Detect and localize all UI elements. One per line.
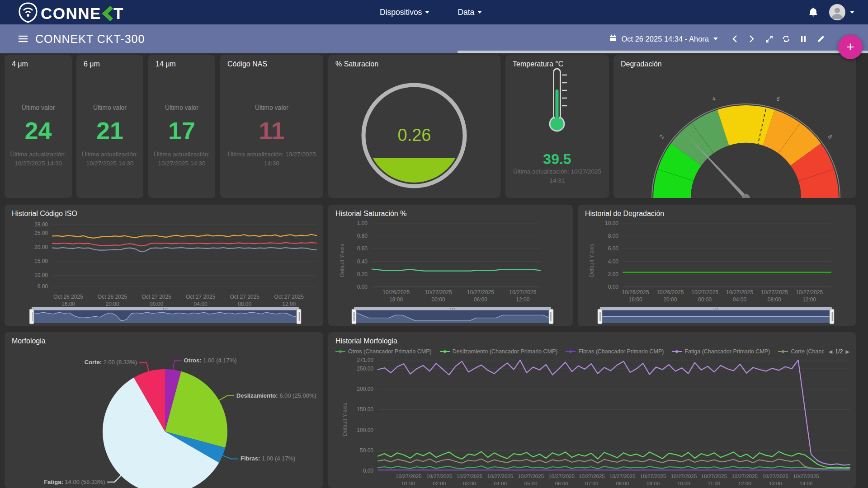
legend-prev-icon[interactable]: ◀: [829, 349, 832, 355]
svg-text:20.00: 20.00: [34, 244, 48, 250]
svg-text:200.00: 200.00: [357, 386, 373, 392]
nav-right: [807, 0, 854, 24]
svg-text:20:00: 20:00: [106, 301, 119, 307]
svg-text:16:00: 16:00: [61, 301, 75, 307]
svg-text:20:00: 20:00: [663, 296, 677, 303]
chevron-down-icon: [850, 11, 854, 14]
svg-text:18:00: 18:00: [389, 296, 403, 303]
svg-text:10.00: 10.00: [605, 220, 618, 226]
legend-marker-icon: [672, 349, 682, 354]
top-navbar: CONNE T Dispositivos Data: [0, 0, 868, 24]
legend-item[interactable]: Corte (Chancador P: [778, 348, 824, 355]
stat-card-14um: 14 μm Último valor 17 Última actualizaci…: [148, 55, 215, 198]
svg-text:10/27/2025: 10/27/2025: [426, 474, 453, 479]
svg-text:1.00: 1.00: [357, 220, 368, 226]
horizontal-scrollbar[interactable]: [458, 51, 868, 53]
card-title: Historial de Degradación: [585, 210, 664, 218]
stat-updated: Última actualización: 10/27/2025 14:30: [148, 150, 215, 168]
legend-marker-icon: [778, 349, 788, 354]
nav-menu-label: Dispositivos: [380, 8, 422, 17]
pie-label: Fibras: 1.00 (4.17%): [241, 455, 295, 462]
svg-text:06:00: 06:00: [555, 481, 568, 486]
chevron-down-icon: [713, 38, 718, 40]
dashboard-toolbar: CONNEKT CKT-300 Oct 26 2025 14:34 - Ahor…: [0, 24, 868, 53]
nav-menu-data[interactable]: Data: [458, 8, 482, 17]
svg-text:13:00: 13:00: [769, 481, 782, 486]
legend-item[interactable]: Fatiga (Chancador Primario CMP): [672, 348, 770, 355]
svg-text:04:00: 04:00: [733, 296, 746, 303]
navigator-handle[interactable]: [297, 309, 301, 324]
expand-icon[interactable]: [763, 33, 775, 45]
svg-text:10/27/2025: 10/27/2025: [579, 474, 605, 479]
pie-label: Fatiga: 14.00 (58.33%): [44, 479, 105, 485]
svg-text:10/27/2025: 10/27/2025: [691, 289, 718, 296]
stat-updated: Última actualización: 10/27/2025 14:30: [76, 150, 143, 168]
wifi-shield-icon: [18, 2, 38, 25]
svg-text:08:00: 08:00: [616, 481, 629, 486]
svg-text:50.00: 50.00: [360, 447, 373, 454]
legend-next-icon[interactable]: ▶: [846, 349, 849, 355]
svg-text:10/27/2025: 10/27/2025: [640, 474, 666, 479]
stat-value: 21: [76, 117, 143, 145]
navigator-handle[interactable]: [598, 309, 602, 324]
pie-label: Deslizamiento: 6.00 (25.00%): [236, 392, 316, 399]
svg-text:250.00: 250.00: [357, 366, 373, 372]
svg-text:0.20: 0.20: [357, 271, 368, 277]
bell-icon[interactable]: [807, 6, 819, 18]
stat-subtitle: Último valor: [148, 104, 215, 111]
svg-text:10/27/2025: 10/27/2025: [425, 289, 452, 296]
historial-codigo-iso-card: Historial Código ISO 28.0025.0020.0015.0…: [5, 205, 323, 326]
svg-text:10/27/2025: 10/27/2025: [548, 474, 575, 479]
chevron-down-icon: [477, 11, 482, 14]
navigator-handle[interactable]: [29, 309, 34, 324]
legend-marker-icon: [566, 349, 576, 354]
user-menu[interactable]: [829, 4, 854, 20]
svg-text:6.00: 6.00: [38, 283, 48, 290]
navigator-handle[interactable]: [830, 309, 834, 324]
card-title: Historial Código ISO: [12, 210, 77, 218]
legend-item[interactable]: Otros (Chancador Primario CMP): [335, 348, 432, 355]
pie-label: Corte: 2.00 (8.33%): [85, 359, 137, 366]
range-navigator[interactable]: [29, 307, 301, 324]
svg-text:Oct 27 2025: Oct 27 2025: [230, 294, 259, 300]
svg-text:Oct 27 2025: Oct 27 2025: [274, 294, 304, 300]
svg-text:10/27/2025: 10/27/2025: [467, 289, 494, 296]
gauge-tick-label: 4: [711, 95, 717, 103]
card-title: Temperatura °C: [513, 60, 563, 68]
chevron-right-icon[interactable]: [746, 33, 758, 45]
range-navigator[interactable]: [352, 307, 553, 324]
svg-text:16:00: 16:00: [629, 296, 642, 303]
nav-menu-dispositivos[interactable]: Dispositivos: [380, 8, 429, 17]
range-navigator[interactable]: [598, 307, 834, 324]
brand-logo[interactable]: CONNE T: [18, 2, 124, 25]
card-title: 14 μm: [156, 60, 176, 68]
navigator-handle[interactable]: [549, 309, 553, 324]
add-widget-button[interactable]: +: [838, 35, 863, 59]
stat-subtitle: Último valor: [5, 104, 72, 111]
legend-page-indicator: 1/2: [835, 348, 843, 355]
pause-icon[interactable]: [797, 33, 809, 45]
avatar: [829, 4, 845, 20]
svg-text:10/27/2025: 10/27/2025: [671, 474, 697, 479]
svg-text:05:00: 05:00: [524, 481, 538, 486]
svg-text:04:00: 04:00: [494, 481, 507, 486]
stat-updated: Última actualización: 10/27/2025 14:31: [505, 167, 609, 185]
svg-text:11:00: 11:00: [708, 481, 720, 486]
svg-text:02:00: 02:00: [433, 481, 446, 486]
legend-item[interactable]: Deslizamiento (Chancador Primario CMP): [440, 348, 558, 355]
svg-text:10/27/2025: 10/27/2025: [796, 289, 823, 296]
svg-text:10/27/2025: 10/27/2025: [726, 289, 753, 296]
svg-text:271.00: 271.00: [357, 357, 373, 363]
stat-updated: Última actualización: 10/27/2025 14:30: [220, 150, 323, 168]
chevron-left-icon[interactable]: [729, 33, 741, 45]
pie-chart: Otros: 1.00 (4.17%)Deslizamiento: 6.00 (…: [5, 332, 323, 488]
edit-icon[interactable]: [815, 33, 826, 45]
legend-item[interactable]: Fibras (Chancador Primario CMP): [566, 348, 664, 355]
menu-icon[interactable]: [17, 33, 29, 45]
stat-card-codigo-nas: Código NAS Último valor 11 Última actual…: [220, 55, 323, 198]
date-range-selector[interactable]: Oct 26 2025 14:34 - Ahora: [609, 34, 718, 43]
svg-text:10/27/2025: 10/27/2025: [793, 474, 819, 479]
svg-text:0.00: 0.00: [363, 468, 374, 474]
refresh-icon[interactable]: [780, 33, 792, 45]
navigator-handle[interactable]: [352, 309, 356, 324]
